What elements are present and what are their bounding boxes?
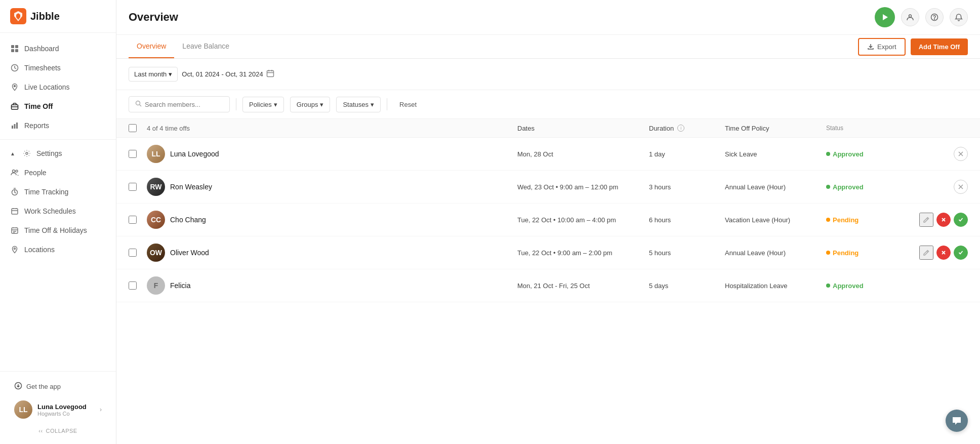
sidebar-item-time-tracking[interactable]: Time Tracking (0, 182, 116, 201)
search-box[interactable] (129, 96, 230, 112)
sidebar-item-timesheets[interactable]: Timesheets (0, 58, 116, 77)
row-checkbox-input-4[interactable] (129, 249, 137, 257)
user-icon-button[interactable] (901, 8, 919, 26)
svg-rect-1 (11, 45, 14, 48)
row-dates-1: Mon, 28 Oct (517, 150, 649, 158)
tab-overview[interactable]: Overview (129, 35, 174, 58)
row-status-3: Pending (826, 216, 917, 224)
sidebar-item-dashboard[interactable]: Dashboard (0, 39, 116, 58)
jibble-logo-icon (10, 8, 26, 24)
notifications-icon-button[interactable] (950, 8, 968, 26)
svg-rect-2 (15, 45, 18, 48)
row-checkbox-3[interactable] (129, 216, 147, 224)
status-dot (826, 152, 830, 156)
chevron-up-icon: ▲ (10, 151, 15, 156)
table-count: 4 of 4 time offs (147, 125, 517, 132)
period-dropdown-icon: ▾ (169, 70, 172, 78)
dismiss-button-1[interactable] (954, 147, 968, 161)
row-member-4: OW Oliver Wood (147, 244, 517, 262)
svg-point-21 (909, 15, 912, 17)
header-actions (875, 7, 968, 27)
reject-button-3[interactable] (936, 213, 951, 227)
sidebar-item-settings[interactable]: ▲ Settings (0, 144, 116, 163)
svg-point-25 (136, 101, 140, 105)
sidebar-item-reports[interactable]: Reports (0, 116, 116, 135)
dashboard-label: Dashboard (24, 45, 59, 53)
approve-button-3[interactable] (954, 213, 968, 227)
logo-area: Jibble (0, 0, 116, 33)
row-checkbox-input-5[interactable] (129, 281, 137, 290)
collapse-button[interactable]: ‹‹ COLLAPSE (8, 424, 108, 438)
approve-button-4[interactable] (954, 246, 968, 260)
row-status-1: Approved (826, 150, 917, 158)
row-dates-5: Mon, 21 Oct - Fri, 25 Oct (517, 282, 649, 290)
settings-label: Settings (36, 149, 62, 157)
avatar: LL (147, 145, 165, 163)
groups-filter[interactable]: Groups ▾ (290, 97, 331, 112)
locations-label: Locations (24, 246, 55, 254)
row-checkbox-2[interactable] (129, 183, 147, 191)
select-all-input[interactable] (129, 124, 137, 132)
help-icon-button[interactable] (925, 8, 944, 26)
status-dot (826, 218, 830, 222)
table-row: F Felicia Mon, 21 Oct - Fri, 25 Oct 5 da… (116, 269, 980, 302)
row-dates-3: Tue, 22 Oct • 10:00 am – 4:00 pm (517, 216, 649, 224)
status-dot (826, 185, 830, 189)
row-status-5: Approved (826, 282, 917, 290)
sidebar-item-people[interactable]: People (0, 163, 116, 182)
content-area: Overview Leave Balance Export Add Time O… (116, 35, 980, 444)
sidebar-item-time-off-holidays[interactable]: Time Off & Holidays (0, 221, 116, 240)
date-range-text: Oct, 01 2024 - Oct, 31 2024 (182, 69, 274, 79)
row-checkbox-input-3[interactable] (129, 216, 137, 224)
calendar-icon[interactable] (266, 69, 274, 79)
export-button[interactable]: Export (858, 38, 906, 56)
reset-button[interactable]: Reset (393, 97, 423, 112)
row-member-1: LL Luna Lovegood (147, 145, 517, 163)
play-button[interactable] (875, 7, 895, 27)
dismiss-button-2[interactable] (954, 180, 968, 194)
app-name: Jibble (30, 11, 60, 22)
people-label: People (24, 169, 47, 177)
statuses-filter[interactable]: Statuses ▾ (336, 97, 381, 112)
svg-point-13 (13, 170, 15, 173)
get-app-link[interactable]: Get the app (8, 378, 108, 395)
row-actions-3 (917, 213, 968, 227)
table-row: RW Ron Weasley Wed, 23 Oct • 9:00 am – 1… (116, 171, 980, 204)
status-dot (826, 251, 830, 255)
row-checkbox-4[interactable] (129, 249, 147, 257)
member-name: Oliver Wood (170, 249, 209, 257)
tabs-bar: Overview Leave Balance Export Add Time O… (116, 35, 980, 59)
row-checkbox-input-2[interactable] (129, 183, 137, 191)
row-policy-1: Sick Leave (725, 150, 826, 158)
reject-button-4[interactable] (936, 246, 951, 260)
row-member-5: F Felicia (147, 276, 517, 295)
sidebar-item-time-off[interactable]: Time Off (0, 97, 116, 116)
tab-leave-balance[interactable]: Leave Balance (174, 35, 237, 58)
edit-button-3[interactable] (919, 213, 933, 227)
status-badge: Approved (826, 183, 917, 191)
sidebar-item-work-schedules[interactable]: Work Schedules (0, 201, 116, 221)
user-profile[interactable]: LL Luna Lovegood Hogwarts Co › (8, 395, 108, 424)
search-input[interactable] (145, 101, 223, 108)
add-time-off-button[interactable]: Add Time Off (911, 38, 968, 55)
row-policy-4: Annual Leave (Hour) (725, 249, 826, 257)
edit-button-4[interactable] (919, 246, 933, 260)
time-tracking-label: Time Tracking (24, 188, 68, 196)
svg-rect-10 (14, 124, 16, 129)
sidebar-item-locations[interactable]: Locations (0, 240, 116, 259)
row-checkbox-1[interactable] (129, 150, 147, 158)
sidebar-footer: Get the app LL Luna Lovegood Hogwarts Co… (0, 371, 116, 444)
member-name: Ron Weasley (170, 183, 212, 191)
date-filter: Last month ▾ Oct, 01 2024 - Oct, 31 2024 (129, 67, 274, 82)
period-selector[interactable]: Last month ▾ (129, 67, 178, 82)
row-checkbox-input-1[interactable] (129, 150, 137, 158)
search-icon (135, 100, 142, 108)
row-checkbox-5[interactable] (129, 281, 147, 290)
status-badge: Pending (826, 216, 917, 224)
row-member-3: CC Cho Chang (147, 211, 517, 229)
status-badge: Pending (826, 249, 917, 257)
sidebar-item-live-locations[interactable]: Live Locations (0, 77, 116, 97)
policies-filter[interactable]: Policies ▾ (242, 97, 284, 112)
chat-bubble[interactable] (946, 410, 968, 432)
select-all-checkbox[interactable] (129, 124, 147, 132)
